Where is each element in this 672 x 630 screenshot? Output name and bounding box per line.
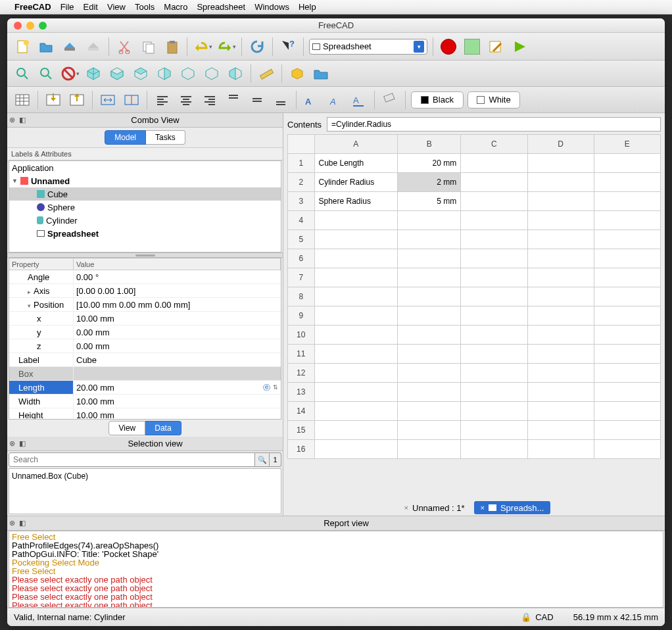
model-tree[interactable]: Application ▼Unnamed Cube Sphere Cylinde… — [9, 160, 281, 253]
macro-run-icon[interactable] — [510, 37, 529, 57]
tree-item-sphere[interactable]: Sphere — [9, 201, 281, 214]
minimize-button[interactable] — [26, 22, 34, 30]
cell[interactable] — [314, 326, 398, 345]
menu-spreadsheet[interactable]: Spreadsheet — [197, 2, 245, 12]
col-b[interactable]: B — [398, 135, 461, 154]
row-header[interactable]: 2 — [288, 173, 315, 192]
prop-axis-value[interactable]: [0.00 0.00 1.00] — [74, 284, 281, 297]
menu-help[interactable]: Help — [299, 2, 316, 12]
view-top-icon[interactable] — [131, 64, 151, 84]
spreadsheet-grid[interactable]: A B C D E 1 Cube Length 20 mm 2 Cylinder… — [287, 134, 661, 459]
cell[interactable] — [461, 230, 527, 249]
row-header[interactable]: 15 — [288, 421, 315, 440]
import-sheet-icon[interactable] — [43, 90, 63, 110]
menu-view[interactable]: View — [107, 2, 126, 12]
cell[interactable] — [461, 421, 527, 440]
cell[interactable] — [594, 249, 660, 268]
cell[interactable] — [461, 383, 527, 402]
tab-view[interactable]: View — [108, 421, 145, 435]
redo-icon[interactable]: ▾ — [216, 37, 236, 57]
view-right-icon[interactable] — [155, 64, 174, 84]
cell[interactable] — [314, 421, 398, 440]
search-input[interactable] — [9, 452, 255, 467]
export-sheet-icon[interactable] — [67, 90, 87, 110]
cell[interactable]: Cube Length — [314, 154, 398, 173]
prop-angle[interactable]: Angle — [9, 270, 74, 283]
row-header[interactable]: 5 — [288, 230, 315, 249]
menu-file[interactable]: File — [60, 2, 74, 12]
cell[interactable] — [314, 364, 398, 383]
col-c[interactable]: C — [461, 135, 527, 154]
align-right-icon[interactable] — [200, 90, 220, 110]
cell[interactable] — [527, 364, 594, 383]
prop-height-value[interactable]: 10.00 mm — [74, 408, 281, 420]
undo-icon[interactable]: ▾ — [193, 37, 212, 57]
cell[interactable] — [527, 421, 594, 440]
row-header[interactable]: 14 — [288, 402, 315, 421]
cell[interactable] — [527, 192, 594, 211]
save-icon[interactable] — [60, 37, 80, 57]
cell[interactable] — [398, 249, 461, 268]
cell[interactable] — [398, 326, 461, 345]
prop-position[interactable]: ▾Position — [9, 298, 74, 311]
prop-angle-value[interactable]: 0.00 ° — [74, 270, 281, 283]
tree-item-cylinder[interactable]: Cylinder — [9, 214, 281, 227]
cell[interactable] — [594, 211, 660, 230]
splitter-handle[interactable] — [7, 253, 283, 258]
col-e[interactable]: E — [594, 135, 660, 154]
cell[interactable]: 5 mm — [398, 192, 461, 211]
workbench-selector[interactable]: Spreadsheet ▾ — [309, 39, 427, 55]
cell[interactable] — [461, 306, 527, 326]
macro-edit-icon[interactable] — [486, 37, 506, 57]
doctab-spreadsheet[interactable]: ×Spreadsh... — [474, 501, 551, 514]
prop-label-value[interactable]: Cube — [74, 353, 281, 366]
cell[interactable] — [461, 211, 527, 230]
color-black-button[interactable]: Black — [411, 91, 464, 109]
cell[interactable] — [594, 440, 660, 459]
close-panel-icon[interactable]: ⊗ — [7, 116, 17, 124]
cell[interactable] — [594, 230, 660, 249]
cell[interactable] — [398, 345, 461, 364]
row-header[interactable]: 12 — [288, 364, 315, 383]
stepper-icon[interactable]: ⇅ — [273, 381, 278, 395]
cell[interactable] — [527, 440, 594, 459]
zoom-button[interactable] — [39, 22, 47, 30]
style-italic-icon[interactable]: A — [325, 90, 345, 110]
paste-icon[interactable] — [162, 37, 181, 57]
row-header[interactable]: 11 — [288, 345, 315, 364]
cell[interactable]: Cylinder Radius — [314, 173, 398, 192]
cell[interactable] — [398, 287, 461, 306]
nav-mode[interactable]: CAD — [535, 612, 553, 622]
app-name[interactable]: FreeCAD — [14, 2, 51, 12]
row-header[interactable]: 4 — [288, 211, 315, 230]
cell[interactable] — [527, 268, 594, 287]
tab-model[interactable]: Model — [105, 130, 146, 145]
row-header[interactable]: 13 — [288, 383, 315, 402]
draw-style-icon[interactable]: ▾ — [60, 64, 80, 84]
prop-width[interactable]: Width — [9, 395, 74, 408]
cell-contents-input[interactable] — [327, 117, 661, 132]
tab-tasks[interactable]: Tasks — [146, 130, 185, 145]
prop-width-value[interactable]: 10.00 mm — [74, 395, 281, 408]
view-front-icon[interactable] — [107, 64, 127, 84]
row-header[interactable]: 9 — [288, 306, 315, 326]
row-header[interactable]: 16 — [288, 440, 315, 459]
cell[interactable] — [314, 287, 398, 306]
cell[interactable] — [461, 440, 527, 459]
align-center-icon[interactable] — [176, 90, 196, 110]
prop-x-value[interactable]: 10.00 mm — [74, 312, 281, 325]
cell[interactable] — [314, 249, 398, 268]
detach-panel-icon[interactable]: ◧ — [17, 116, 28, 124]
expression-icon[interactable]: ⓔ — [263, 381, 270, 395]
cell[interactable] — [594, 326, 660, 345]
close-tab-icon[interactable]: × — [481, 504, 485, 512]
cell[interactable] — [594, 154, 660, 173]
close-button[interactable] — [14, 22, 22, 30]
prop-length[interactable]: Length — [9, 381, 74, 394]
cell[interactable] — [461, 364, 527, 383]
cell[interactable] — [461, 268, 527, 287]
cell[interactable] — [314, 211, 398, 230]
prop-z-value[interactable]: 0.00 mm — [74, 339, 281, 352]
prop-z[interactable]: z — [9, 339, 74, 352]
lock-icon[interactable]: 🔒 — [521, 612, 531, 622]
